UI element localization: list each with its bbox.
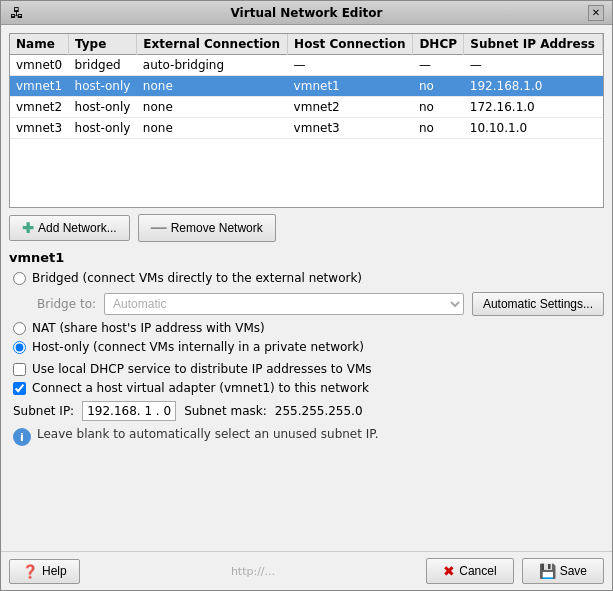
- connect-adapter-label: Connect a host virtual adapter (vmnet1) …: [32, 381, 369, 395]
- cell-type: host-only: [69, 118, 137, 139]
- col-type: Type: [69, 34, 137, 55]
- host-only-radio-item[interactable]: Host-only (connect VMs internally in a p…: [13, 340, 604, 354]
- cell-external: none: [137, 118, 288, 139]
- cell-subnet: 10.10.1.0: [464, 118, 603, 139]
- connect-adapter-checkbox-item[interactable]: Connect a host virtual adapter (vmnet1) …: [9, 381, 604, 395]
- cell-dhcp: no: [413, 118, 464, 139]
- bottom-bar: ❓ Help http://... ✖ Cancel 💾 Save: [1, 551, 612, 590]
- subnet-mask-label: Subnet mask:: [184, 404, 267, 418]
- network-table: Name Type External Connection Host Conne…: [10, 34, 603, 139]
- cell-external: none: [137, 76, 288, 97]
- cell-subnet: —: [464, 55, 603, 76]
- bridged-label: Bridged (connect VMs directly to the ext…: [32, 271, 362, 285]
- bridge-to-label: Bridge to:: [37, 297, 96, 311]
- cell-subnet: 172.16.1.0: [464, 97, 603, 118]
- window-title: Virtual Network Editor: [25, 6, 588, 20]
- nat-label: NAT (share host's IP address with VMs): [32, 321, 265, 335]
- subnet-mask-value: 255.255.255.0: [275, 404, 363, 418]
- network-action-buttons: ✚ Add Network... — Remove Network: [9, 214, 604, 242]
- cell-external: auto-bridging: [137, 55, 288, 76]
- host-only-label: Host-only (connect VMs internally in a p…: [32, 340, 364, 354]
- close-button[interactable]: ✕: [588, 5, 604, 21]
- cell-host: vmnet3: [288, 118, 413, 139]
- subnet-ip-field[interactable]: 192.168. 1 . 0: [82, 401, 176, 421]
- title-bar: 🖧 Virtual Network Editor ✕: [1, 1, 612, 25]
- host-only-radio[interactable]: [13, 341, 26, 354]
- help-icon: ❓: [22, 564, 38, 579]
- remove-network-button[interactable]: — Remove Network: [138, 214, 276, 242]
- add-network-button[interactable]: ✚ Add Network...: [9, 215, 130, 241]
- cell-dhcp: no: [413, 97, 464, 118]
- cell-host: —: [288, 55, 413, 76]
- cell-name: vmnet1: [10, 76, 69, 97]
- subnet-ip-value[interactable]: 192.168. 1 . 0: [87, 404, 171, 418]
- table-row[interactable]: vmnet2host-onlynonevmnet2no172.16.1.0: [10, 97, 603, 118]
- save-icon: 💾: [539, 563, 556, 579]
- info-text: Leave blank to automatically select an u…: [37, 427, 379, 441]
- cancel-button[interactable]: ✖ Cancel: [426, 558, 513, 584]
- cell-name: vmnet0: [10, 55, 69, 76]
- table-row[interactable]: vmnet1host-onlynonevmnet1no192.168.1.0: [10, 76, 603, 97]
- connection-type-radio-group: Bridged (connect VMs directly to the ext…: [9, 271, 604, 354]
- bottom-right-buttons: ✖ Cancel 💾 Save: [426, 558, 604, 584]
- info-row: i Leave blank to automatically select an…: [9, 427, 604, 446]
- table-body[interactable]: vmnet0bridgedauto-bridging———vmnet1host-…: [10, 55, 603, 139]
- col-subnet: Subnet IP Address: [464, 34, 603, 55]
- subnet-row: Subnet IP: 192.168. 1 . 0 Subnet mask: 2…: [9, 401, 604, 421]
- col-name: Name: [10, 34, 69, 55]
- cell-name: vmnet3: [10, 118, 69, 139]
- cell-dhcp: —: [413, 55, 464, 76]
- nat-radio[interactable]: [13, 322, 26, 335]
- dhcp-checkbox-item[interactable]: Use local DHCP service to distribute IP …: [9, 362, 604, 376]
- table-row[interactable]: vmnet3host-onlynonevmnet3no10.10.1.0: [10, 118, 603, 139]
- col-host: Host Connection: [288, 34, 413, 55]
- table-header-row: Name Type External Connection Host Conne…: [10, 34, 603, 55]
- minus-icon: —: [151, 219, 167, 237]
- subnet-ip-label: Subnet IP:: [13, 404, 74, 418]
- connect-adapter-checkbox[interactable]: [13, 382, 26, 395]
- cell-type: bridged: [69, 55, 137, 76]
- cell-name: vmnet2: [10, 97, 69, 118]
- dhcp-checkbox[interactable]: [13, 363, 26, 376]
- save-button[interactable]: 💾 Save: [522, 558, 604, 584]
- col-dhcp: DHCP: [413, 34, 464, 55]
- main-content: Name Type External Connection Host Conne…: [1, 25, 612, 551]
- dhcp-checkbox-label: Use local DHCP service to distribute IP …: [32, 362, 372, 376]
- cell-external: none: [137, 97, 288, 118]
- virtual-network-editor-window: 🖧 Virtual Network Editor ✕ Name Type Ext…: [0, 0, 613, 591]
- cell-host: vmnet2: [288, 97, 413, 118]
- selected-network-title: vmnet1: [9, 250, 604, 265]
- table-row[interactable]: vmnet0bridgedauto-bridging———: [10, 55, 603, 76]
- window-icon: 🖧: [9, 5, 25, 21]
- info-icon: i: [13, 428, 31, 446]
- help-button[interactable]: ❓ Help: [9, 559, 80, 584]
- automatic-settings-button[interactable]: Automatic Settings...: [472, 292, 604, 316]
- bridged-radio[interactable]: [13, 272, 26, 285]
- cell-type: host-only: [69, 76, 137, 97]
- cancel-icon: ✖: [443, 563, 455, 579]
- title-bar-left: 🖧: [9, 5, 25, 21]
- bridge-to-row: Bridge to: Automatic Automatic Settings.…: [13, 292, 604, 316]
- cell-dhcp: no: [413, 76, 464, 97]
- bridge-to-select[interactable]: Automatic: [104, 293, 464, 315]
- col-external: External Connection: [137, 34, 288, 55]
- plus-icon: ✚: [22, 220, 34, 236]
- cell-type: host-only: [69, 97, 137, 118]
- cell-host: vmnet1: [288, 76, 413, 97]
- bridged-radio-item[interactable]: Bridged (connect VMs directly to the ext…: [13, 271, 604, 285]
- nat-radio-item[interactable]: NAT (share host's IP address with VMs): [13, 321, 604, 335]
- url-hint: http://...: [231, 565, 275, 578]
- cell-subnet: 192.168.1.0: [464, 76, 603, 97]
- network-table-container: Name Type External Connection Host Conne…: [9, 33, 604, 208]
